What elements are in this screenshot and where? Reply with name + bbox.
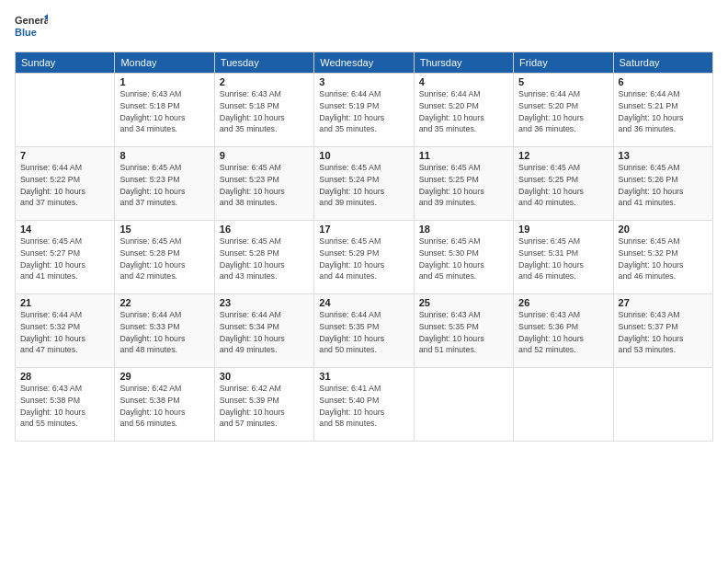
calendar-cell: 26Sunrise: 6:43 AM Sunset: 5:36 PM Dayli… <box>514 294 613 368</box>
day-info: Sunrise: 6:43 AM Sunset: 5:38 PM Dayligh… <box>20 383 109 430</box>
day-number: 5 <box>518 76 608 87</box>
calendar-cell: 30Sunrise: 6:42 AM Sunset: 5:39 PM Dayli… <box>214 368 313 442</box>
calendar-cell <box>414 368 513 442</box>
calendar-cell: 25Sunrise: 6:43 AM Sunset: 5:35 PM Dayli… <box>414 294 513 368</box>
day-info: Sunrise: 6:45 AM Sunset: 5:31 PM Dayligh… <box>518 236 608 282</box>
day-number: 25 <box>419 297 508 308</box>
calendar-cell: 20Sunrise: 6:45 AM Sunset: 5:32 PM Dayli… <box>613 221 712 294</box>
day-info: Sunrise: 6:45 AM Sunset: 5:24 PM Dayligh… <box>319 162 408 209</box>
calendar-cell: 1Sunrise: 6:43 AM Sunset: 5:18 PM Daylig… <box>115 74 214 147</box>
day-info: Sunrise: 6:43 AM Sunset: 5:35 PM Dayligh… <box>419 309 508 356</box>
day-header-row: SundayMondayTuesdayWednesdayThursdayFrid… <box>16 52 713 74</box>
week-row-2: 7Sunrise: 6:44 AM Sunset: 5:22 PM Daylig… <box>16 147 713 221</box>
week-row-4: 21Sunrise: 6:44 AM Sunset: 5:32 PM Dayli… <box>16 294 713 368</box>
day-info: Sunrise: 6:43 AM Sunset: 5:18 PM Dayligh… <box>220 88 309 135</box>
day-number: 12 <box>518 150 608 161</box>
day-info: Sunrise: 6:44 AM Sunset: 5:20 PM Dayligh… <box>419 88 508 135</box>
calendar-cell: 16Sunrise: 6:45 AM Sunset: 5:28 PM Dayli… <box>214 221 313 294</box>
day-number: 10 <box>319 150 408 161</box>
calendar-cell: 14Sunrise: 6:45 AM Sunset: 5:27 PM Dayli… <box>16 221 115 294</box>
calendar-page: General Blue SundayMondayTuesdayWednesda… <box>0 0 728 563</box>
day-number: 22 <box>119 297 209 308</box>
calendar-cell: 24Sunrise: 6:44 AM Sunset: 5:35 PM Dayli… <box>314 294 414 368</box>
day-number: 16 <box>220 224 309 235</box>
day-header-thursday: Thursday <box>414 52 513 74</box>
day-info: Sunrise: 6:45 AM Sunset: 5:30 PM Dayligh… <box>419 236 508 282</box>
calendar-cell: 10Sunrise: 6:45 AM Sunset: 5:24 PM Dayli… <box>314 147 414 221</box>
day-number: 7 <box>20 150 109 161</box>
calendar-cell: 22Sunrise: 6:44 AM Sunset: 5:33 PM Dayli… <box>115 294 214 368</box>
day-number: 26 <box>518 297 608 308</box>
day-info: Sunrise: 6:43 AM Sunset: 5:37 PM Dayligh… <box>619 309 708 356</box>
day-number: 14 <box>20 224 109 235</box>
day-number: 9 <box>220 150 309 161</box>
calendar-cell <box>514 368 613 442</box>
day-info: Sunrise: 6:44 AM Sunset: 5:21 PM Dayligh… <box>619 88 708 135</box>
calendar-cell: 28Sunrise: 6:43 AM Sunset: 5:38 PM Dayli… <box>16 368 115 442</box>
calendar-cell: 18Sunrise: 6:45 AM Sunset: 5:30 PM Dayli… <box>414 221 513 294</box>
calendar-cell: 17Sunrise: 6:45 AM Sunset: 5:29 PM Dayli… <box>314 221 414 294</box>
day-info: Sunrise: 6:45 AM Sunset: 5:25 PM Dayligh… <box>518 162 608 209</box>
calendar-cell: 7Sunrise: 6:44 AM Sunset: 5:22 PM Daylig… <box>16 147 115 221</box>
calendar-cell: 29Sunrise: 6:42 AM Sunset: 5:38 PM Dayli… <box>115 368 214 442</box>
calendar-cell: 4Sunrise: 6:44 AM Sunset: 5:20 PM Daylig… <box>414 74 513 147</box>
calendar-cell: 8Sunrise: 6:45 AM Sunset: 5:23 PM Daylig… <box>115 147 214 221</box>
svg-text:General: General <box>15 15 48 26</box>
day-number: 31 <box>319 371 408 382</box>
logo: General Blue <box>15 11 48 44</box>
day-header-monday: Monday <box>115 52 214 74</box>
day-info: Sunrise: 6:44 AM Sunset: 5:33 PM Dayligh… <box>119 309 209 356</box>
day-number: 28 <box>20 371 109 382</box>
calendar-cell: 15Sunrise: 6:45 AM Sunset: 5:28 PM Dayli… <box>115 221 214 294</box>
day-number: 21 <box>20 297 109 308</box>
calendar-cell: 2Sunrise: 6:43 AM Sunset: 5:18 PM Daylig… <box>214 74 313 147</box>
day-info: Sunrise: 6:45 AM Sunset: 5:26 PM Dayligh… <box>619 162 708 209</box>
calendar-cell: 12Sunrise: 6:45 AM Sunset: 5:25 PM Dayli… <box>514 147 613 221</box>
day-header-tuesday: Tuesday <box>214 52 313 74</box>
day-info: Sunrise: 6:44 AM Sunset: 5:35 PM Dayligh… <box>319 309 408 356</box>
calendar-cell: 11Sunrise: 6:45 AM Sunset: 5:25 PM Dayli… <box>414 147 513 221</box>
day-header-sunday: Sunday <box>16 52 115 74</box>
day-number: 29 <box>119 371 209 382</box>
calendar-cell: 5Sunrise: 6:44 AM Sunset: 5:20 PM Daylig… <box>514 74 613 147</box>
week-row-3: 14Sunrise: 6:45 AM Sunset: 5:27 PM Dayli… <box>16 221 713 294</box>
calendar-cell: 19Sunrise: 6:45 AM Sunset: 5:31 PM Dayli… <box>514 221 613 294</box>
day-number: 23 <box>220 297 309 308</box>
day-number: 1 <box>119 76 209 87</box>
calendar-cell: 9Sunrise: 6:45 AM Sunset: 5:23 PM Daylig… <box>214 147 313 221</box>
day-info: Sunrise: 6:43 AM Sunset: 5:36 PM Dayligh… <box>518 309 608 356</box>
day-info: Sunrise: 6:44 AM Sunset: 5:22 PM Dayligh… <box>20 162 109 209</box>
week-row-1: 1Sunrise: 6:43 AM Sunset: 5:18 PM Daylig… <box>16 74 713 147</box>
calendar-cell: 21Sunrise: 6:44 AM Sunset: 5:32 PM Dayli… <box>16 294 115 368</box>
calendar-cell <box>16 74 115 147</box>
day-number: 17 <box>319 224 408 235</box>
day-number: 18 <box>419 224 508 235</box>
day-info: Sunrise: 6:44 AM Sunset: 5:20 PM Dayligh… <box>518 88 608 135</box>
day-number: 20 <box>619 224 708 235</box>
calendar-cell: 3Sunrise: 6:44 AM Sunset: 5:19 PM Daylig… <box>314 74 414 147</box>
day-number: 2 <box>220 76 309 87</box>
week-row-5: 28Sunrise: 6:43 AM Sunset: 5:38 PM Dayli… <box>16 368 713 442</box>
day-number: 19 <box>518 224 608 235</box>
svg-text:Blue: Blue <box>15 27 37 38</box>
day-number: 3 <box>319 76 408 87</box>
calendar-cell: 31Sunrise: 6:41 AM Sunset: 5:40 PM Dayli… <box>314 368 414 442</box>
day-number: 24 <box>319 297 408 308</box>
day-info: Sunrise: 6:45 AM Sunset: 5:23 PM Dayligh… <box>220 162 309 209</box>
calendar-cell: 13Sunrise: 6:45 AM Sunset: 5:26 PM Dayli… <box>613 147 712 221</box>
day-number: 11 <box>419 150 508 161</box>
day-number: 6 <box>619 76 708 87</box>
day-info: Sunrise: 6:44 AM Sunset: 5:19 PM Dayligh… <box>319 88 408 135</box>
calendar-cell: 6Sunrise: 6:44 AM Sunset: 5:21 PM Daylig… <box>613 74 712 147</box>
day-info: Sunrise: 6:45 AM Sunset: 5:27 PM Dayligh… <box>20 236 109 282</box>
day-info: Sunrise: 6:45 AM Sunset: 5:32 PM Dayligh… <box>619 236 708 282</box>
day-info: Sunrise: 6:44 AM Sunset: 5:34 PM Dayligh… <box>220 309 309 356</box>
day-info: Sunrise: 6:45 AM Sunset: 5:23 PM Dayligh… <box>119 162 209 209</box>
day-number: 8 <box>119 150 209 161</box>
day-info: Sunrise: 6:45 AM Sunset: 5:28 PM Dayligh… <box>220 236 309 282</box>
day-info: Sunrise: 6:43 AM Sunset: 5:18 PM Dayligh… <box>119 88 209 135</box>
day-info: Sunrise: 6:42 AM Sunset: 5:38 PM Dayligh… <box>119 383 209 430</box>
calendar-cell: 27Sunrise: 6:43 AM Sunset: 5:37 PM Dayli… <box>613 294 712 368</box>
day-info: Sunrise: 6:41 AM Sunset: 5:40 PM Dayligh… <box>319 383 408 430</box>
day-info: Sunrise: 6:45 AM Sunset: 5:28 PM Dayligh… <box>119 236 209 282</box>
